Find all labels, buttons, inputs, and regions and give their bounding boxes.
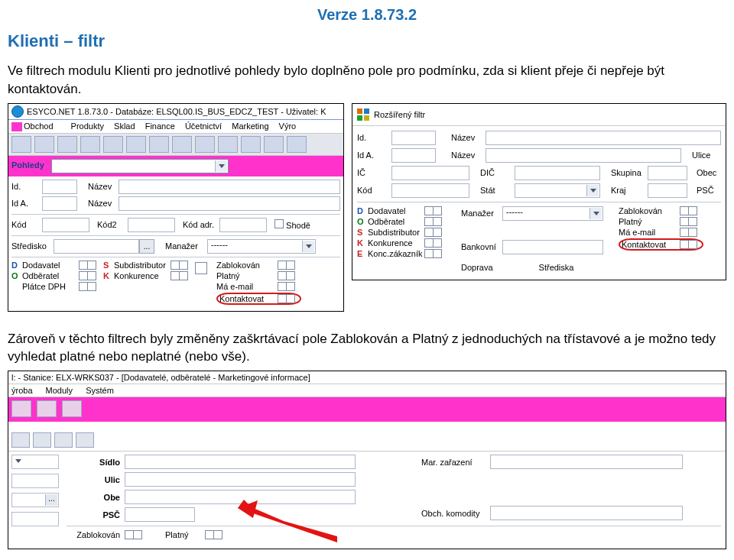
- menu-marketing[interactable]: Marketing: [232, 121, 268, 131]
- tristate-checkbox[interactable]: [688, 217, 697, 226]
- tristate-checkbox[interactable]: [688, 228, 697, 237]
- tristate-checkbox[interactable]: [688, 240, 697, 249]
- flag-letter: [11, 282, 22, 291]
- obch-komodity-input[interactable]: [490, 506, 683, 520]
- kod2-input[interactable]: [128, 218, 175, 232]
- psc-input[interactable]: [125, 507, 195, 522]
- checkbox[interactable]: [274, 219, 284, 228]
- tristate-checkbox[interactable]: [286, 271, 295, 280]
- rf-dic-input[interactable]: [515, 166, 600, 180]
- menu-system[interactable]: Systém: [86, 386, 114, 395]
- small-select[interactable]: [11, 455, 59, 469]
- tristate-checkbox[interactable]: [87, 271, 96, 280]
- rf-ic-input[interactable]: [391, 166, 469, 180]
- nazev-input[interactable]: [119, 180, 340, 194]
- toolbar-button[interactable]: [37, 400, 57, 417]
- tristate-checkbox[interactable]: [133, 530, 142, 539]
- flag-dodavatel: Dodavatel: [22, 261, 79, 270]
- paragraph-2: Zároveň v těchto filtrech byly změněny z…: [8, 330, 726, 367]
- tristate-checkbox[interactable]: [179, 261, 188, 270]
- label-ulic: Ulic: [67, 475, 125, 484]
- kodadr-input[interactable]: [219, 218, 267, 232]
- label-dic: DIČ: [480, 168, 515, 177]
- rf-bankovni-input[interactable]: [502, 240, 603, 254]
- tristate-checkbox[interactable]: [286, 261, 295, 270]
- menu-yroba[interactable]: ýroba: [11, 386, 33, 395]
- tristate-checkbox[interactable]: [87, 282, 96, 291]
- toolbar-button[interactable]: [76, 432, 94, 448]
- tristate-checkbox[interactable]: [433, 249, 442, 258]
- id-input[interactable]: [42, 180, 77, 194]
- rf-kod-input[interactable]: [391, 183, 469, 198]
- tristate-checkbox[interactable]: [213, 530, 222, 539]
- toolbar-button[interactable]: [126, 136, 146, 153]
- toolbar-button[interactable]: [11, 400, 31, 417]
- menu-produkty[interactable]: Produkty: [71, 121, 104, 131]
- tristate-checkbox[interactable]: [286, 282, 295, 291]
- menu-finance[interactable]: Finance: [145, 121, 175, 131]
- rf-id-input[interactable]: [391, 131, 436, 145]
- toolbar-button[interactable]: [264, 136, 284, 153]
- tristate-checkbox[interactable]: [433, 206, 442, 215]
- menu-vyro[interactable]: Výro: [279, 121, 297, 131]
- small-input[interactable]: [11, 512, 59, 526]
- lookup-button[interactable]: ...: [139, 239, 154, 254]
- tristate-checkbox[interactable]: [286, 294, 295, 303]
- label-ulice: Ulice: [692, 151, 721, 160]
- pohledy-label: Pohledy: [11, 160, 44, 170]
- kod-input[interactable]: [42, 218, 89, 232]
- menu-obchod[interactable]: Obchod: [24, 121, 54, 131]
- tristate-checkbox[interactable]: [433, 217, 442, 226]
- menu-sklad[interactable]: Sklad: [114, 121, 135, 131]
- tristate-checkbox[interactable]: [433, 238, 442, 248]
- label-stat: Stát: [480, 186, 515, 195]
- rf-skupina-input[interactable]: [648, 166, 687, 180]
- lookup-button[interactable]: ...: [45, 494, 57, 506]
- toolbar-button[interactable]: [80, 136, 100, 153]
- small-lookup[interactable]: ...: [11, 493, 59, 507]
- rf-kraj-input[interactable]: [648, 183, 687, 198]
- rf-stat-select[interactable]: [515, 183, 600, 198]
- label-kod2: Kód2: [97, 220, 128, 229]
- tristate-checkbox[interactable]: [87, 261, 96, 270]
- toolbar-button[interactable]: [287, 136, 307, 153]
- toolbar-button[interactable]: [54, 432, 73, 448]
- toolbar-button[interactable]: [11, 136, 31, 153]
- toolbar-button[interactable]: [195, 136, 215, 153]
- toolbar-button[interactable]: [11, 432, 30, 448]
- nazev2-input[interactable]: [119, 196, 340, 211]
- label-obec: Obec: [697, 168, 721, 177]
- toolbar-button[interactable]: [241, 136, 261, 153]
- chevron-down-icon: [589, 208, 602, 219]
- label-nazev: Název: [88, 182, 119, 191]
- rf-nazev2-input[interactable]: [486, 148, 681, 163]
- mar-zarazeni-input[interactable]: [490, 455, 683, 469]
- tristate-checkbox[interactable]: [179, 271, 188, 280]
- toolbar-button[interactable]: [218, 136, 238, 153]
- toolbar-button[interactable]: [172, 136, 192, 153]
- toolbar-button[interactable]: [103, 136, 123, 153]
- rf-nazev-input[interactable]: [486, 131, 721, 145]
- rf-ida-input[interactable]: [391, 148, 436, 163]
- rf-manazer-select[interactable]: ------: [502, 206, 603, 221]
- ida-input[interactable]: [42, 196, 77, 211]
- checkbox[interactable]: [195, 262, 207, 274]
- toolbar-button[interactable]: [149, 136, 169, 153]
- tristate-checkbox[interactable]: [433, 228, 442, 237]
- toolbar-button[interactable]: [57, 136, 77, 153]
- toolbar-button[interactable]: [34, 136, 54, 153]
- ulic-input[interactable]: [125, 472, 356, 487]
- toolbar-button[interactable]: [33, 432, 51, 448]
- kontaktovat-highlight: Kontaktovat: [216, 293, 301, 305]
- flag-letter: S: [103, 261, 114, 270]
- label-sidlo: Sídlo: [67, 458, 125, 467]
- pohledy-select[interactable]: [51, 159, 229, 173]
- stredisko-input[interactable]: [54, 239, 139, 254]
- toolbar-button[interactable]: [62, 400, 82, 417]
- menu-moduly[interactable]: Moduly: [46, 386, 73, 395]
- manazer-select[interactable]: ------: [207, 239, 316, 254]
- menu-ucetnictvi[interactable]: Účetnictví: [185, 121, 222, 131]
- small-input[interactable]: [11, 474, 59, 488]
- sidlo-input[interactable]: [125, 455, 356, 469]
- tristate-checkbox[interactable]: [688, 206, 697, 215]
